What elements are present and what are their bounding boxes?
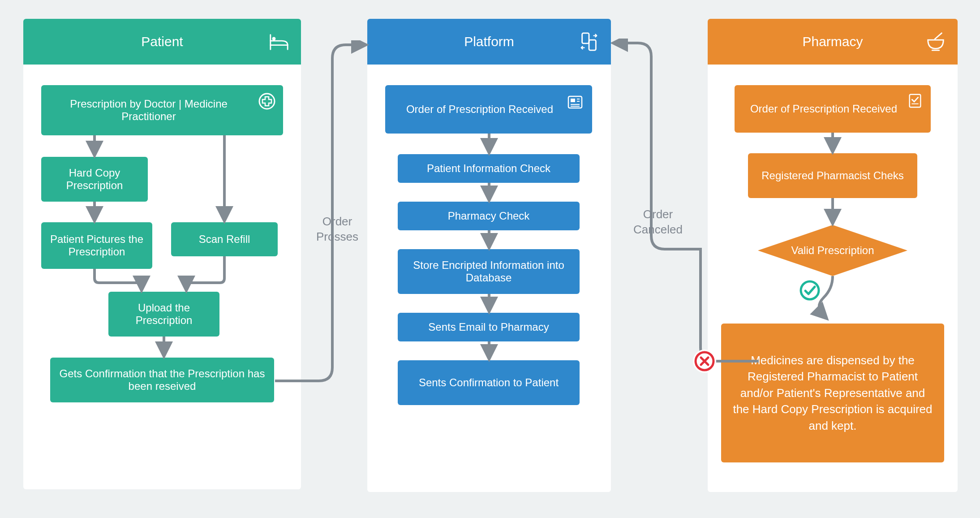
svg-point-1 (259, 94, 275, 109)
platform-header: Platform (367, 19, 611, 65)
patient-column: Patient Prescription by Doctor | Medicin… (23, 19, 301, 489)
platform-received-box: Order of Prescription Received (385, 85, 592, 134)
cancel-x-icon (693, 350, 716, 373)
svg-point-0 (272, 37, 276, 40)
pharmacy-dispensed-box: Medicines are dispensed by the Registere… (721, 324, 944, 462)
patient-header-title: Patient (141, 34, 183, 49)
mortar-pestle-icon (925, 31, 946, 52)
patient-upload-box: Upload the Prescription (108, 292, 219, 337)
newspaper-icon (566, 93, 584, 111)
platform-store-box: Store Encripted Information into Databas… (398, 249, 580, 294)
devices-exchange-icon (579, 31, 599, 52)
platform-column: Platform Order of Prescription Received (367, 19, 611, 492)
valid-check-icon (798, 279, 821, 302)
platform-header-title: Platform (464, 34, 514, 49)
patient-hardcopy-label: Hard Copy Prescription (49, 167, 140, 192)
patient-prescription-label: Prescription by Doctor | Medicine Practi… (49, 98, 275, 123)
pharmacy-checks-box: Registered Pharmacist Cheks (748, 153, 917, 198)
document-check-icon (907, 92, 924, 109)
pharmacy-received-box: Order of Prescription Received (735, 85, 931, 133)
platform-confirm-box: Sents Confirmation to Patient (398, 360, 580, 405)
platform-pharmacy-box: Pharmacy Check (398, 202, 580, 230)
svg-point-25 (801, 281, 819, 299)
platform-store-label: Store Encripted Information into Databas… (406, 259, 572, 284)
patient-scanrefill-box: Scan Refill (171, 222, 278, 256)
svg-rect-9 (571, 99, 575, 102)
patient-pictures-label: Patient Pictures the Prescription (49, 233, 144, 258)
patient-confirm-label: Gets Confirmation that the Prescription … (58, 367, 266, 393)
svg-rect-7 (589, 40, 596, 50)
pharmacy-dispensed-label: Medicines are dispensed by the Registere… (731, 352, 934, 434)
patient-hardcopy-box: Hard Copy Prescription (41, 157, 148, 202)
pharmacy-checks-label: Registered Pharmacist Cheks (761, 169, 903, 182)
platform-info-label: Patient Information Check (427, 162, 550, 175)
platform-email-box: Sents Email to Pharmacy (398, 313, 580, 341)
edge-order-canceled-label: Order Canceled (624, 207, 692, 237)
patient-confirm-box: Gets Confirmation that the Prescription … (50, 358, 274, 402)
patient-scanrefill-label: Scan Refill (199, 233, 250, 246)
patient-upload-label: Upload the Prescription (116, 302, 211, 327)
edge-order-prosses-label: Order Prosses (308, 214, 366, 245)
patient-header: Patient (23, 19, 301, 65)
pharmacy-valid-label: Valid Prescription (791, 244, 874, 257)
pharmacy-valid-diamond: Valid Prescription (758, 225, 907, 276)
platform-pharmacy-label: Pharmacy Check (448, 210, 530, 222)
pharmacy-header: Pharmacy (708, 19, 958, 65)
pharmacy-received-label: Order of Prescription Received (750, 103, 915, 115)
svg-rect-6 (582, 33, 589, 43)
platform-received-label: Order of Prescription Received (406, 103, 571, 116)
patient-prescription-box: Prescription by Doctor | Medicine Practi… (41, 85, 283, 135)
platform-confirm-label: Sents Confirmation to Patient (419, 376, 559, 389)
platform-email-label: Sents Email to Pharmacy (428, 321, 549, 333)
pharmacy-column: Pharmacy Order of Prescription Received … (708, 19, 958, 492)
pharmacy-header-title: Pharmacy (802, 34, 863, 49)
bed-icon (269, 31, 289, 52)
patient-pictures-box: Patient Pictures the Prescription (41, 222, 152, 269)
medical-cross-icon (258, 92, 276, 110)
platform-info-box: Patient Information Check (398, 154, 580, 183)
